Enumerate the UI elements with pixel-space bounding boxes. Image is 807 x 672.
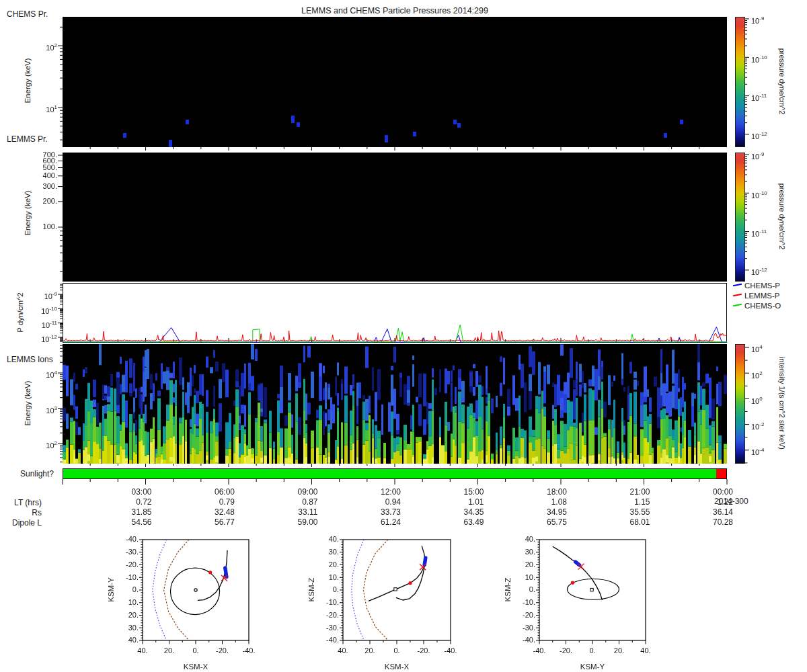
legend-label: LEMMS-P	[744, 292, 779, 300]
energy-tick-label: 104	[10, 368, 57, 380]
orbit-y-tick-label: -40.	[112, 535, 139, 544]
orbit-x-tick-label: 40.	[632, 646, 659, 655]
colorbar-tick-label: 102	[751, 369, 763, 380]
orbit-curve-orbit-trajectory	[198, 550, 227, 601]
orbit-curve-orbit-trajectory	[553, 546, 603, 600]
orbit-y-tick-label: -10.	[508, 598, 535, 607]
ephemeris-value: 1.01	[444, 498, 484, 507]
energy-tick-label: 102	[10, 439, 57, 450]
ephemeris-value: 70.28	[693, 518, 733, 527]
spectrogram-data-pixel	[291, 116, 295, 123]
orbit-y-tick-label: -30.	[312, 624, 339, 632]
orbit-marker-current-pos-x	[420, 564, 426, 570]
energy-tick-label: 102	[10, 41, 57, 52]
ephemeris-value: 31.85	[112, 508, 152, 517]
ephemeris-value: 34.95	[527, 508, 567, 517]
legend-line-sample-lemms-p	[733, 294, 742, 297]
pressure-line-plot	[63, 283, 727, 343]
orbit-curve-orbit-ellipse	[170, 568, 219, 614]
panel-label-lemms-pr: LEMMS Pr.	[7, 134, 48, 144]
pressure-tick-label: 10-10	[10, 304, 57, 316]
orbit-x-tick-label: -20.	[209, 646, 236, 655]
time-tick-label: 18:00	[527, 488, 567, 497]
legend-item-chems-p: CHEMS-P	[733, 282, 781, 292]
pressure-tick-label: 10-12	[10, 333, 57, 344]
spectrogram-data-pixel	[297, 122, 300, 127]
orbit-curve-orbit-ellipse	[567, 579, 619, 600]
orbit-x-tick-label: 40.	[129, 646, 156, 655]
orbit-y-tick-label: -20.	[312, 611, 339, 620]
orbit-y-axis-label: KSM-Z	[504, 570, 512, 610]
spectrogram-data-pixel	[169, 140, 172, 147]
energy-tick-label: 103	[10, 404, 57, 415]
spectrogram-data-pixel	[186, 120, 189, 124]
ephemeris-value: 54.56	[112, 518, 152, 527]
energy-tick-label: 100.	[10, 222, 57, 231]
pressure-tick-label: 10-11	[10, 319, 57, 330]
colorbar-ions	[735, 344, 745, 464]
time-tick-label: 09:00	[278, 488, 318, 497]
colorbar-tick-label: 10-2	[751, 420, 764, 431]
orbit-y-tick-label: -30.	[112, 548, 139, 556]
legend-line-sample-chems-p	[733, 284, 742, 287]
time-tick-label: 00:00	[693, 488, 733, 497]
colorbar-tick-label: 10-12	[751, 130, 767, 141]
orbit-y-tick-label: 10.	[112, 598, 139, 607]
ephemeris-value: 34.35	[444, 508, 484, 517]
colorbar-tick-label: 10-10	[751, 189, 767, 200]
pressure-tick-label: 10-9	[10, 290, 57, 301]
orbit-marker-day-start-dot	[571, 581, 574, 585]
spectrogram-data-pixel	[664, 133, 667, 138]
chems-pressure-spectrogram	[63, 17, 727, 147]
orbit-y-tick-label: -10.	[312, 598, 339, 607]
ephemeris-value: 0.94	[360, 498, 401, 507]
ephemeris-value: 1.08	[527, 498, 567, 507]
row-label-dipole-l: Dipole L	[1, 519, 42, 528]
orbit-y-tick-label: 30.	[508, 548, 535, 556]
orbit-y-tick-label: 10.	[312, 573, 339, 582]
ephemeris-value: 1.15	[610, 498, 650, 507]
orbit-curve-bow-shock	[352, 540, 364, 640]
row-label-rs: Rs	[1, 509, 42, 517]
ephemeris-value: 61.24	[360, 518, 401, 527]
orbit-y-tick-label: 30.	[112, 624, 139, 632]
orbit-x-tick-label: 0.	[579, 646, 606, 655]
legend-label: CHEMS-O	[744, 302, 781, 310]
orbit-y-tick-label: 40.	[112, 636, 139, 644]
plot-page: LEMMS and CHEMS Particle Pressures 2014:…	[0, 0, 807, 672]
orbit-y-tick-label: 20.	[508, 560, 535, 569]
energy-tick-label: 300.	[10, 182, 57, 191]
sunlight-label: Sunlight?	[1, 470, 54, 478]
colorbar-tick-label: 100	[751, 394, 763, 406]
orbit-x-tick-label: -40.	[235, 646, 262, 655]
orbit-x-axis-label: KSM-X	[176, 663, 216, 671]
colorbar-label-lemms: pressure dyne/cm^2	[778, 173, 786, 260]
spectrogram-data-pixel	[453, 120, 457, 124]
colorbar-lemms	[735, 153, 745, 282]
ephemeris-value: 1.22	[693, 498, 733, 507]
orbit-x-tick-label: 20.	[606, 646, 633, 655]
time-tick-label: 15:00	[444, 488, 484, 497]
orbit-y-tick-label: 20.	[312, 560, 339, 569]
orbit-y-tick-label: 0.	[112, 585, 139, 594]
ions-spectrogram-canvas	[63, 344, 727, 464]
orbit-marker-current-pos-x	[221, 575, 227, 581]
orbit-marker-current-pos-x	[221, 575, 227, 581]
legend-label: CHEMS-P	[744, 282, 780, 290]
legend-item-chems-o: CHEMS-O	[733, 302, 781, 312]
ephemeris-value: 35.55	[610, 508, 650, 517]
ephemeris-value: 0.87	[278, 498, 318, 507]
orbit-curve-orbit-trajectory	[369, 546, 425, 601]
ephemeris-value: 65.75	[527, 518, 567, 527]
orbit-curve-magnetopause	[363, 540, 388, 640]
spectrogram-data-pixel	[123, 133, 126, 138]
colorbar-tick-label: 104	[751, 343, 763, 354]
colorbar-chems	[735, 17, 745, 147]
ephemeris-value: 0.72	[112, 498, 152, 507]
orbit-x-tick-label: -40.	[526, 646, 553, 655]
orbit-y-tick-label: -20.	[112, 560, 139, 569]
legend-item-lemms-p: LEMMS-P	[733, 292, 781, 302]
orbit-x-tick-label: -20.	[553, 646, 580, 655]
orbit-marker-day-start-dot	[408, 581, 412, 585]
orbit-x-tick-label: -40.	[437, 646, 464, 655]
